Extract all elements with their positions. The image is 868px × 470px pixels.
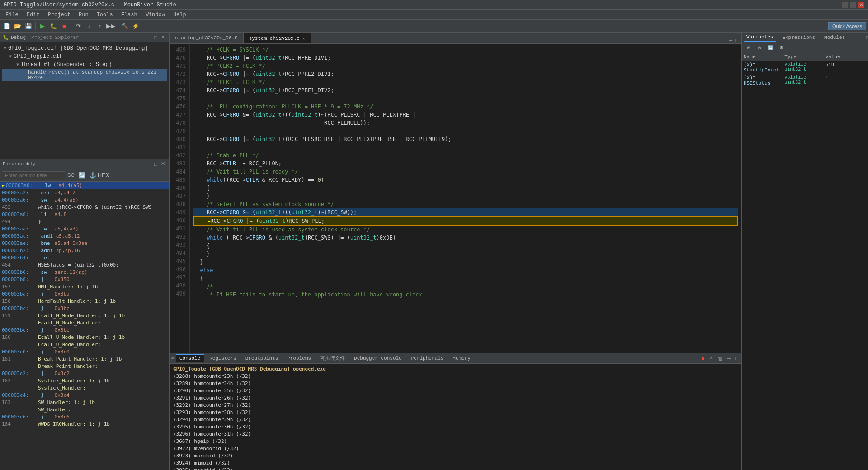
console-tab-problems[interactable]: Problems — [283, 355, 315, 362]
tb-step-into[interactable]: ↓ — [84, 21, 94, 31]
disasm-row[interactable]: 000003b2: addi sp,sp,16 — [0, 247, 169, 254]
disasm-row[interactable]: 157NMI_Handler: 1: j 1b — [0, 283, 169, 290]
close-button[interactable]: ✕ — [858, 2, 864, 8]
disasm-row[interactable]: 464HSEStatus = (uint32_t)0x00; — [0, 261, 169, 268]
console-minimize-button[interactable]: ─ — [726, 356, 732, 361]
tb-step-over[interactable]: ↷ — [73, 21, 83, 31]
vars-minimize-button[interactable]: ─ — [855, 35, 861, 40]
tb-resume[interactable]: ▶▶ — [106, 21, 116, 31]
menu-flash[interactable]: Flash — [118, 11, 141, 19]
editor-minimize-button[interactable]: ─ — [728, 38, 734, 43]
var-row[interactable]: (x)= HSEStatus volatile uint32_t 1 — [742, 74, 868, 87]
disasm-row[interactable]: 000003b4: ret — [0, 254, 169, 261]
disasm-row[interactable]: 000003be: j 0x3be — [0, 326, 169, 334]
console-tab-memory[interactable]: Memory — [449, 355, 474, 362]
disasm-row[interactable]: 000003c4: j 0x3c4 — [0, 391, 169, 399]
disasm-row[interactable]: 158HardFault_Handler: 1: j 1b — [0, 297, 169, 305]
tb-flash[interactable]: ⚡ — [131, 21, 141, 31]
console-tab-peripherals[interactable]: Peripherals — [407, 355, 448, 362]
disasm-row[interactable]: Ecall_U_Mode_Handler: — [0, 341, 169, 348]
tree-elf[interactable]: ▼ GPIO_Toggle.elf — [2, 52, 167, 61]
disasm-row[interactable]: ►000003a0: lw a4,4(a5) — [0, 182, 169, 189]
tb-new[interactable]: 📄 — [2, 21, 12, 31]
menu-window[interactable]: Window — [142, 11, 169, 19]
tab-system[interactable]: system_ch32v20x.c ✕ — [244, 33, 311, 43]
quick-access-button[interactable]: Quick Access — [828, 22, 866, 30]
vars-expand-button[interactable]: ⊕ — [744, 43, 754, 53]
disasm-row[interactable]: 000003c2: j 0x3c2 — [0, 370, 169, 377]
disasm-row[interactable]: 162SysTick_Handler: 1: j 1b — [0, 377, 169, 384]
vars-refresh-button[interactable]: 🔄 — [765, 43, 775, 53]
tb-save[interactable]: 💾 — [24, 21, 33, 31]
console-tab-debugger[interactable]: Debugger Console — [350, 355, 406, 362]
disasm-row[interactable]: 160Ecall_U_Mode_Handler: 1: j 1b — [0, 334, 169, 341]
menu-file[interactable]: File — [2, 11, 22, 19]
vars-collapse-button[interactable]: ⊖ — [755, 43, 764, 53]
disasm-refresh-button[interactable]: 🔄 — [77, 170, 87, 180]
disasm-row[interactable]: SW_Handler: — [0, 406, 169, 413]
disasm-row[interactable]: 163SW_Handler: 1: j 1b — [0, 399, 169, 406]
tb-step-out[interactable]: ↑ — [95, 21, 105, 31]
menu-project[interactable]: Project — [44, 11, 74, 19]
vars-tab-expressions[interactable]: Expressions — [779, 34, 818, 41]
menu-tools[interactable]: Tools — [93, 11, 117, 19]
tree-thread[interactable]: ▼ Thread #1 (Suspended : Step) — [2, 61, 167, 69]
menu-edit[interactable]: Edit — [23, 11, 43, 19]
tb-build[interactable]: 🔨 — [120, 21, 130, 31]
tab-system-close[interactable]: ✕ — [302, 36, 305, 41]
console-clear-button[interactable]: 🗑 — [717, 356, 724, 361]
disasm-row[interactable]: 000003bc: j 0x3bc — [0, 305, 169, 312]
console-tab-breakpoints[interactable]: Breakpoints — [242, 355, 282, 362]
vars-settings-button[interactable]: ⚙ — [776, 43, 786, 53]
disasm-row[interactable]: 000003c6: j 0x3c6 — [0, 413, 169, 420]
code-area[interactable]: /* HCLK = SYSCLK */ RCC->CFGRO |= (uint3… — [190, 44, 741, 352]
disasm-row[interactable]: 000003ae: bne a5,a4,0x3aa — [0, 240, 169, 247]
tree-root[interactable]: ▼ GPIO_Toggle.elf [GDB OpenOCD MRS Debug… — [2, 44, 167, 52]
tb-run[interactable]: ▶ — [38, 21, 47, 31]
disasm-row[interactable]: 000003a2: ori a4,a4,2 — [0, 189, 169, 196]
disasm-row[interactable]: 492while ((RCC->CFGRO & (uint32_t)RCC_SW… — [0, 203, 169, 211]
vars-maximize-button[interactable]: □ — [865, 35, 868, 40]
disasm-go-button[interactable]: GO — [66, 170, 76, 180]
console-stop-button[interactable]: ■ — [700, 356, 706, 361]
disasm-row[interactable]: SysTick_Handler: — [0, 384, 169, 391]
console-content[interactable]: GPIO_Toggle [GDB OpenOCD MRS Debugging] … — [170, 364, 741, 470]
maximize-disasm-button[interactable]: □ — [153, 161, 159, 167]
console-terminate-button[interactable]: ✕ — [708, 355, 715, 361]
disasm-row[interactable]: 159Ecall_M_Mode_Handler: 1: j 1b — [0, 312, 169, 319]
disasm-row[interactable]: 000003a6: sw a4,4(a5) — [0, 196, 169, 203]
menu-run[interactable]: Run — [75, 11, 92, 19]
disasm-row[interactable]: 000003ac: andi a5,a5,12 — [0, 232, 169, 240]
maximize-button[interactable]: □ — [850, 2, 856, 8]
disasm-row[interactable]: 161Break_Point_Handler: 1: j 1b — [0, 355, 169, 362]
console-tab-executable[interactable]: 可执行文件 — [316, 354, 349, 362]
minimize-button[interactable]: ─ — [842, 2, 848, 8]
tb-debug[interactable]: 🐛 — [48, 21, 58, 31]
disasm-row[interactable]: 000003b8: j 0x350 — [0, 276, 169, 283]
disasm-location-input[interactable] — [2, 171, 65, 179]
console-tab-registers[interactable]: Registers — [206, 355, 240, 362]
minimize-debug-button[interactable]: ─ — [146, 34, 152, 40]
close-debug-button[interactable]: ✕ — [160, 34, 166, 40]
disasm-row[interactable]: 000003c0: j 0x3c0 — [0, 348, 169, 355]
tb-open[interactable]: 📂 — [13, 21, 23, 31]
vars-tab-variables[interactable]: Variables — [744, 33, 776, 42]
console-maximize-button[interactable]: □ — [734, 356, 740, 361]
disasm-sync-button[interactable]: ⚓ — [88, 170, 98, 180]
tree-frame[interactable]: → handle_reset() at startup_ch32v20x_D6.… — [2, 69, 167, 81]
disasm-row[interactable]: Break_Point_Handler: — [0, 362, 169, 370]
minimize-disasm-button[interactable]: ─ — [146, 161, 152, 167]
disasm-row[interactable]: 000003aa: lw a5,4(a3) — [0, 225, 169, 232]
tb-stop[interactable]: ■ — [59, 21, 69, 31]
disasm-row[interactable]: 164WWDG_IRQHandler: 1: j 1b — [0, 420, 169, 428]
disasm-row[interactable]: 000003ba: j 0x3ba — [0, 290, 169, 297]
vars-tab-modules[interactable]: Modules — [821, 34, 848, 41]
menu-help[interactable]: Help — [170, 11, 190, 19]
var-row[interactable]: (x)= StartUpCount volatile uint32_t 519 — [742, 61, 868, 74]
disasm-content[interactable]: ►000003a0: lw a4,4(a5)000003a2: ori a4,a… — [0, 182, 169, 470]
console-tab-console[interactable]: Console — [176, 354, 204, 362]
disasm-row[interactable]: Ecall_M_Mode_Handler: — [0, 319, 169, 326]
disasm-row[interactable]: 000003a8: li a4,8 — [0, 211, 169, 218]
editor-maximize-button[interactable]: □ — [734, 38, 740, 43]
close-disasm-button[interactable]: ✕ — [160, 161, 166, 167]
